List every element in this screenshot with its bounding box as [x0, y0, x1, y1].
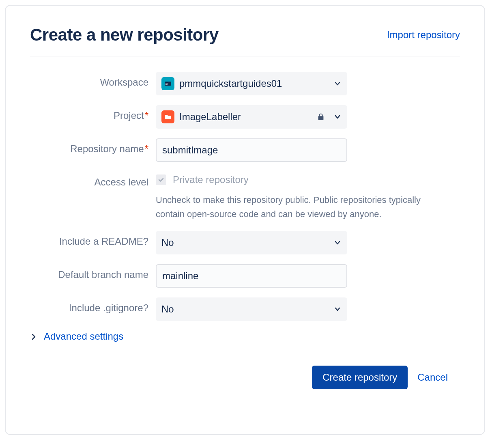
project-row: Project* ImageLabeller [30, 105, 460, 129]
include-gitignore-select[interactable]: No [156, 297, 347, 321]
include-gitignore-row: Include .gitignore? No [30, 297, 460, 321]
create-repo-panel: Create a new repository Import repositor… [5, 5, 485, 435]
default-branch-row: Default branch name [30, 264, 460, 288]
repo-name-row: Repository name* [30, 138, 460, 162]
import-repository-link[interactable]: Import repository [387, 29, 460, 41]
workspace-select[interactable]: pmmquickstartguides01 [156, 72, 347, 95]
header-row: Create a new repository Import repositor… [30, 25, 460, 56]
checkmark-icon [158, 177, 164, 183]
project-label: Project* [30, 105, 156, 122]
advanced-settings-toggle[interactable]: Advanced settings [30, 331, 460, 342]
chevron-down-icon [333, 113, 342, 121]
workspace-row: Workspace pmmquickstartguides01 [30, 72, 460, 95]
repo-name-label: Repository name* [30, 138, 156, 155]
workspace-value: pmmquickstartguides01 [179, 78, 333, 89]
chevron-down-icon [333, 239, 342, 247]
page-title: Create a new repository [30, 25, 219, 45]
include-readme-select[interactable]: No [156, 231, 347, 254]
access-level-label: Access level [30, 172, 156, 188]
private-checkbox[interactable] [156, 174, 166, 185]
create-repository-button[interactable]: Create repository [312, 366, 408, 389]
include-gitignore-value: No [161, 304, 333, 315]
private-helper-text: Uncheck to make this repository public. … [156, 193, 423, 221]
chevron-down-icon [333, 80, 342, 88]
access-level-row: Access level Private repository Uncheck … [30, 172, 460, 221]
cancel-link[interactable]: Cancel [417, 372, 448, 383]
include-gitignore-label: Include .gitignore? [30, 297, 156, 314]
workspace-avatar-icon [161, 77, 174, 90]
default-branch-label: Default branch name [30, 264, 156, 281]
workspace-label: Workspace [30, 72, 156, 88]
repo-name-input[interactable] [156, 138, 347, 162]
lock-icon [316, 112, 325, 121]
svg-rect-2 [165, 84, 168, 85]
chevron-down-icon [333, 305, 342, 313]
include-readme-value: No [161, 237, 333, 248]
advanced-settings-label: Advanced settings [44, 331, 123, 342]
svg-rect-1 [165, 83, 168, 84]
project-select[interactable]: ImageLabeller [156, 105, 347, 129]
actions-row: Create repository Cancel [30, 366, 460, 389]
include-readme-row: Include a README? No [30, 231, 460, 254]
include-readme-label: Include a README? [30, 231, 156, 248]
chevron-right-icon [30, 333, 37, 340]
svg-rect-0 [165, 82, 171, 86]
project-avatar-icon [161, 110, 174, 123]
default-branch-input[interactable] [156, 264, 347, 288]
project-value: ImageLabeller [179, 111, 316, 123]
private-checkbox-label: Private repository [173, 174, 249, 185]
